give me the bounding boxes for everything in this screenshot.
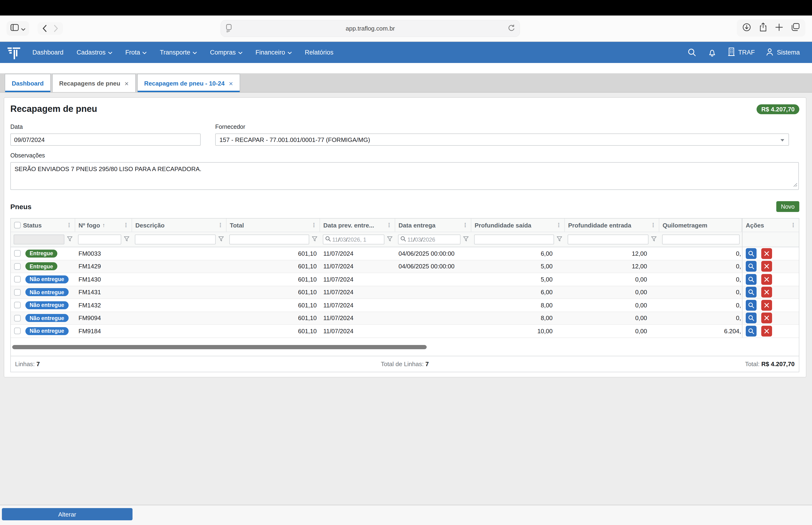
forward-button[interactable] [54, 25, 58, 32]
column-header-descricao[interactable]: Descrição⋮ [132, 219, 227, 232]
filter-funnel-icon[interactable] [67, 235, 73, 244]
column-header-fogo[interactable]: Nº fogo↑⋮ [75, 219, 132, 232]
column-header-data_entrega[interactable]: Data entrega⋮ [395, 219, 471, 232]
filter-funnel-icon[interactable] [556, 235, 563, 244]
row-view-button[interactable] [746, 287, 756, 298]
row-delete-button[interactable] [761, 326, 772, 336]
menu-item-dashboard[interactable]: Dashboard [26, 42, 70, 63]
novo-button[interactable]: Novo [776, 201, 799, 212]
row-view-button[interactable] [746, 300, 756, 311]
filter-input-data_entrega[interactable]: 11/03/2026 [398, 235, 460, 244]
column-header-status[interactable]: Status⋮ [11, 219, 75, 232]
filter-funnel-icon[interactable] [218, 235, 224, 244]
filter-funnel-icon[interactable] [463, 235, 469, 244]
reload-icon[interactable] [508, 25, 515, 33]
sidebar-toggle-button[interactable] [6, 21, 29, 36]
filter-input-descricao[interactable] [135, 235, 216, 244]
observacoes-textarea[interactable]: SERÃO ENVIADOS 7 PNEUS 295/80 LISO PARA … [10, 162, 799, 190]
column-header-total[interactable]: Total⋮ [227, 219, 320, 232]
column-menu-icon[interactable]: ⋮ [311, 222, 317, 228]
row-delete-button[interactable] [761, 300, 772, 311]
filter-cell-data_entrega: 11/03/2026 [395, 232, 471, 247]
cell-value: FM0033 [78, 250, 101, 257]
tab-close-icon[interactable]: × [124, 80, 129, 87]
column-header-prof_saida[interactable]: Profundidade saída⋮ [471, 219, 565, 232]
filter-input-fogo[interactable] [78, 235, 121, 244]
menu-item-frota[interactable]: Frota [119, 42, 153, 63]
menu-item-transporte[interactable]: Transporte [153, 42, 203, 63]
downloads-icon[interactable] [742, 23, 751, 33]
column-header-km[interactable]: Quilometragem [659, 219, 742, 232]
column-menu-icon[interactable]: ⋮ [791, 222, 796, 228]
page-settings-icon[interactable] [226, 24, 232, 34]
scrollbar-thumb[interactable] [12, 345, 427, 349]
menu-item-financeiro[interactable]: Financeiro [249, 42, 298, 63]
column-menu-icon[interactable]: ⋮ [386, 222, 392, 228]
user-menu[interactable]: Sistema [760, 48, 806, 57]
tab-dashboard[interactable]: Dashboard [5, 74, 51, 92]
menu-item-relatorios[interactable]: Relatórios [298, 42, 340, 63]
filter-funnel-icon[interactable] [124, 235, 130, 244]
fornecedor-select[interactable]: 157 - RECAPAR - 77.001.001/0001-77 (FORM… [215, 134, 789, 146]
column-menu-icon[interactable]: ⋮ [66, 222, 72, 228]
filter-input-prof_saida[interactable] [474, 235, 554, 244]
cell-value: 0, [736, 263, 741, 270]
new-tab-icon[interactable] [775, 23, 783, 33]
filter-input-data_prev[interactable]: 11/03/2026, 1 [323, 235, 384, 244]
row-checkbox[interactable] [14, 276, 21, 283]
row-checkbox[interactable] [14, 315, 21, 321]
resize-grip-icon[interactable] [793, 181, 797, 189]
row-checkbox[interactable] [14, 302, 21, 309]
chevron-down-icon [287, 49, 292, 56]
row-checkbox[interactable] [14, 289, 21, 296]
address-bar[interactable]: app.traflog.com.br [221, 20, 520, 37]
filter-funnel-icon[interactable] [651, 235, 657, 244]
row-checkbox[interactable] [14, 263, 21, 270]
row-view-button[interactable] [746, 274, 756, 285]
company-name: TRAF [738, 49, 755, 56]
column-menu-icon[interactable]: ⋮ [462, 222, 468, 228]
row-delete-button[interactable] [761, 274, 772, 285]
data-input[interactable] [10, 134, 201, 146]
table-row: Não entregueFM9184601,1011/07/202410,000… [11, 325, 799, 338]
row-checkbox[interactable] [14, 328, 21, 334]
column-header-prof_entrada[interactable]: Profundidade entrada⋮ [565, 219, 659, 232]
filter-funnel-icon[interactable] [311, 235, 318, 244]
row-view-button[interactable] [746, 261, 756, 272]
row-checkbox[interactable] [14, 250, 21, 257]
column-menu-icon[interactable]: ⋮ [650, 222, 656, 228]
menu-item-compras[interactable]: Compras [203, 42, 249, 63]
cell-value: 8,00 [541, 302, 553, 309]
search-icon[interactable] [682, 48, 702, 56]
notifications-bell-icon[interactable] [702, 48, 722, 57]
row-delete-button[interactable] [761, 313, 772, 324]
column-menu-icon[interactable]: ⋮ [123, 222, 129, 228]
filter-input-km[interactable] [662, 235, 740, 244]
column-menu-icon[interactable]: ⋮ [556, 222, 562, 228]
tab-recapagens-de-pneu[interactable]: Recapagens de pneu× [52, 74, 136, 92]
share-icon[interactable] [760, 22, 767, 33]
cell-status: Não entregue [11, 299, 75, 311]
column-header-data_prev[interactable]: Data prev. entre...⋮ [320, 219, 395, 232]
row-view-button[interactable] [746, 248, 756, 259]
back-button[interactable] [42, 25, 47, 32]
row-delete-button[interactable] [761, 248, 772, 259]
company-switcher[interactable]: TRAF [722, 47, 761, 57]
row-view-button[interactable] [746, 313, 756, 324]
row-view-button[interactable] [746, 326, 756, 336]
row-delete-button[interactable] [761, 287, 772, 298]
column-menu-icon[interactable]: ⋮ [218, 222, 223, 228]
filter-input-total[interactable] [229, 235, 309, 244]
column-header-acoes[interactable]: Ações⋮ [742, 219, 799, 232]
select-all-checkbox[interactable] [14, 222, 21, 228]
filter-funnel-icon[interactable] [387, 235, 393, 244]
row-delete-button[interactable] [761, 261, 772, 272]
alterar-button[interactable]: Alterar [2, 508, 133, 520]
menu-item-cadastros[interactable]: Cadastros [70, 42, 119, 63]
tab-overview-icon[interactable] [791, 23, 800, 33]
menu-item-label: Financeiro [256, 49, 285, 56]
filter-input-prof_entrada[interactable] [568, 235, 648, 244]
tab-recapagem-de-pneu-10-24[interactable]: Recapagem de pneu - 10-24× [137, 74, 240, 92]
tab-close-icon[interactable]: × [229, 80, 233, 87]
table-row: Não entregueFM1432601,1011/07/20248,000,… [11, 299, 799, 312]
